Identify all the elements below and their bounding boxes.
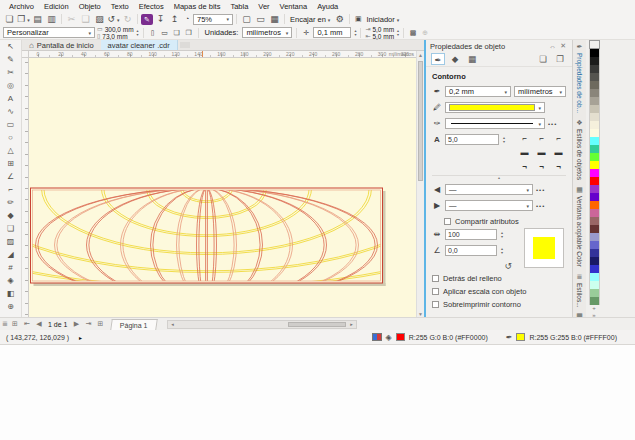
palette-swatch-30[interactable] <box>589 289 600 297</box>
document-color-profile-icon[interactable] <box>372 333 382 341</box>
horizontal-scrollbar[interactable]: ◂ ▸ <box>167 320 357 329</box>
tab-document[interactable]: avatar cleaner .cdr <box>101 40 178 50</box>
palette-swatch-13[interactable] <box>589 153 600 161</box>
palette-swatch-14[interactable] <box>589 161 600 169</box>
interactive-fill-tool[interactable]: ◆ <box>0 209 21 222</box>
crop-tool[interactable]: ✂ <box>0 66 21 79</box>
copy-icon[interactable]: ❑ <box>79 13 92 25</box>
menu-efectos[interactable]: Efectos <box>134 2 169 11</box>
zoom-tool[interactable]: ◎ <box>0 79 21 92</box>
scale-with-object-checkbox[interactable]: Aplicar escala con objeto <box>432 285 566 297</box>
eyedropper-tool[interactable]: ◢ <box>0 248 21 261</box>
landscape-button[interactable]: ▭ <box>160 27 170 39</box>
palette-swatch-26[interactable] <box>589 257 600 265</box>
menu-archivo[interactable]: Archivo <box>4 2 39 11</box>
outline-outside-button[interactable]: ¬ <box>517 161 532 173</box>
menu-ver[interactable]: Ver <box>253 2 274 11</box>
outline-section-icon[interactable]: ✒ <box>431 53 445 65</box>
outline-width-units-combo[interactable]: milímetros▾ <box>514 86 566 97</box>
palette-swatch-19[interactable] <box>589 201 600 209</box>
page-size-fields[interactable]: ▭300,0 mm ▯73,0 mm <box>97 26 134 40</box>
palette-swatch-6[interactable] <box>589 97 600 105</box>
view-navigator-icon[interactable]: ⊕ <box>0 300 21 313</box>
tab-welcome[interactable]: ⌂ Pantalla de inicio <box>22 40 101 50</box>
all-pages-button[interactable]: ❐ <box>184 27 194 39</box>
outline-color-swatch[interactable] <box>516 333 525 341</box>
outline-width-combo[interactable]: 0,2 mm▾ <box>445 86 511 97</box>
new-tab-button[interactable] <box>180 42 190 48</box>
first-page-icon[interactable]: ⇤ <box>22 320 32 328</box>
palette-swatch-3[interactable] <box>589 73 600 81</box>
docker-tab-estilos-de-objetos[interactable]: ❖Estilos de objetos <box>573 116 586 183</box>
page-tab[interactable]: Página 1 <box>111 319 158 330</box>
menu-ventana[interactable]: Ventana <box>275 2 313 11</box>
current-page-button[interactable]: ❏ <box>172 27 182 39</box>
connector-tool[interactable]: ⌐ <box>0 183 21 196</box>
hscroll-thumb[interactable] <box>288 322 346 327</box>
page-preset-combo[interactable]: Personalizar▾ <box>3 27 95 38</box>
coords-expander-icon[interactable]: ▸ <box>79 334 82 341</box>
round-cap-button[interactable]: ▬ <box>534 147 549 159</box>
palette-swatch-29[interactable] <box>589 281 600 289</box>
outline-color-combo[interactable]: ▾ <box>445 102 545 113</box>
add-page-right-icon[interactable]: ⊞ <box>95 320 105 328</box>
graph-paper-tool[interactable]: # <box>0 261 21 274</box>
miter-corner-button[interactable]: ⌐ <box>517 133 532 145</box>
nudge-field[interactable]: 0,1 mm <box>313 27 351 38</box>
ellipse-tool[interactable]: ○ <box>0 131 21 144</box>
palette-swatch-7[interactable] <box>589 105 600 113</box>
palette-swatch-15[interactable] <box>589 169 600 177</box>
line-style-combo[interactable]: ▾ <box>445 118 545 129</box>
menu-ayuda[interactable]: Ayuda <box>312 2 343 11</box>
last-page-icon[interactable]: ⇥ <box>83 320 93 328</box>
scroll-mode-icon[interactable]: ❏ <box>536 53 550 65</box>
reset-rotation-icon[interactable]: ↺ <box>504 261 512 271</box>
docker-tab-estilos-[interactable]: ≣Estilos... <box>573 270 586 311</box>
palette-swatch-8[interactable] <box>589 113 600 121</box>
dimension-tool[interactable]: ∠ <box>0 170 21 183</box>
snap-to-dropdown[interactable]: Encajar en▾ <box>290 15 330 24</box>
palette-swatch-11[interactable] <box>589 137 600 145</box>
duplicate-distance-fields[interactable]: ⇥5,0 mm ⇤5,0 mm <box>365 26 394 40</box>
docker-tab-propiedades-de-ob-[interactable]: ✒Propiedades de ob... <box>573 40 586 116</box>
share-attributes-checkbox[interactable]: Compartir atributos <box>444 215 566 227</box>
menu-mapas-de-bits[interactable]: Mapas de bits <box>169 2 226 11</box>
stretch-stepper[interactable]: ▴▾ <box>501 231 503 239</box>
print-icon[interactable]: ▥ <box>45 13 58 25</box>
miter-limit-field[interactable]: 5,0 <box>445 134 499 145</box>
scroll-up-icon[interactable]: ▲ <box>417 51 424 59</box>
smart-fill-tool[interactable]: ◧ <box>0 287 21 300</box>
outline-inside-button[interactable]: ¬ <box>551 161 566 173</box>
page-size-stepper[interactable]: ▴▾ <box>137 29 139 37</box>
no-color-swatch[interactable] <box>589 40 600 49</box>
zoom-level-combo[interactable]: 75%▾ <box>193 14 233 25</box>
palette-swatch-25[interactable] <box>589 249 600 257</box>
fullscreen-preview-icon[interactable]: ▢ <box>240 13 253 25</box>
nudge-stepper[interactable]: ▴▾ <box>354 29 356 37</box>
end-arrowhead-settings-button[interactable]: ••• <box>536 203 545 209</box>
launcher-dropdown[interactable]: Iniciador▾ <box>366 15 399 24</box>
docker-close-icon[interactable]: ✕ <box>558 42 568 50</box>
menu-edición[interactable]: Edición <box>39 2 74 11</box>
scroll-left-icon[interactable]: ◂ <box>168 321 177 328</box>
palette-swatch-24[interactable] <box>589 241 600 249</box>
new-document-icon[interactable]: ❏ <box>3 13 16 25</box>
square-cap-button[interactable]: ▬ <box>551 147 566 159</box>
end-arrowhead-combo[interactable]: —▾ <box>445 200 533 211</box>
overprint-outline-checkbox[interactable]: Sobreimprimir contorno <box>432 298 566 310</box>
angle-field[interactable]: 0,0 <box>445 245 497 256</box>
undo-icon[interactable]: ↺▾ <box>107 13 120 25</box>
add-page-left-icon[interactable]: ⊞ <box>10 320 20 328</box>
transparency-section-icon[interactable]: ▦ <box>465 53 479 65</box>
show-grid-icon[interactable]: ▦ <box>268 13 281 25</box>
radius-icon[interactable]: ⊕ <box>420 27 430 39</box>
palette-swatch-23[interactable] <box>589 233 600 241</box>
palette-swatch-9[interactable] <box>589 121 600 129</box>
drop-shadow-tool[interactable]: ❏ <box>0 222 21 235</box>
line-style-settings-button[interactable]: ••• <box>548 121 557 127</box>
fill-tool[interactable]: ◈ <box>0 274 21 287</box>
artistic-media-tool[interactable]: ✏ <box>0 196 21 209</box>
butt-cap-button[interactable]: ▬ <box>517 147 532 159</box>
palette-expand-icon[interactable]: + <box>587 305 601 312</box>
portrait-button[interactable]: ▯ <box>148 27 158 39</box>
